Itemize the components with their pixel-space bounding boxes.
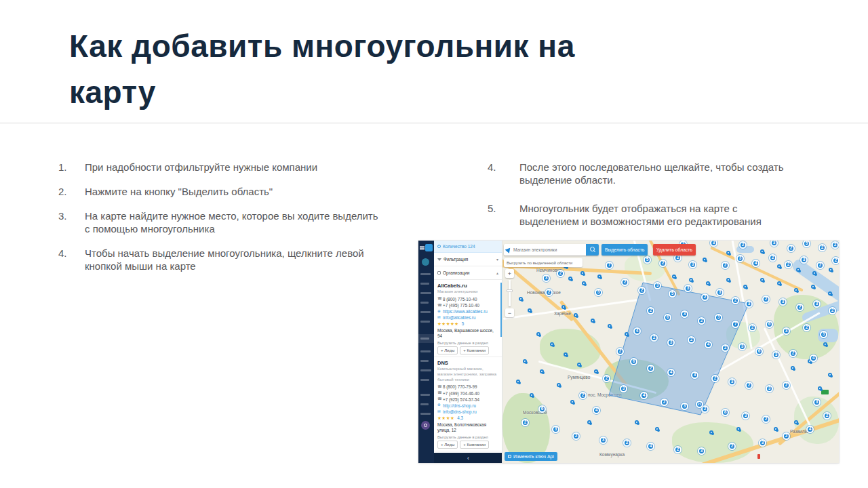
map-marker[interactable] (635, 420, 639, 424)
map-marker-cluster[interactable]: 4 (810, 354, 817, 362)
map-marker-cluster[interactable]: 2 (616, 348, 624, 355)
map-marker-cluster[interactable]: 2 (728, 443, 736, 450)
map-marker-cluster[interactable]: 3 (759, 439, 766, 447)
map-marker[interactable] (536, 332, 540, 336)
map-marker[interactable] (760, 249, 764, 253)
map-marker-cluster[interactable]: 21 (696, 401, 703, 408)
map-marker-cluster[interactable]: 2 (803, 324, 810, 331)
map-marker-cluster[interactable]: 2 (711, 375, 719, 382)
map-marker-cluster[interactable]: 2 (701, 293, 709, 301)
company-name[interactable]: DNS (437, 360, 498, 366)
map-marker-cluster[interactable]: 4 (593, 407, 600, 414)
map-marker-cluster[interactable]: 2 (660, 399, 668, 406)
export-by-area-dropdown[interactable]: Выгрузить по выделенной области (504, 258, 583, 267)
map-marker[interactable] (608, 324, 612, 328)
select-area-button[interactable]: Выделить область (601, 244, 648, 256)
map-marker-cluster[interactable]: 6 (630, 358, 637, 365)
export-leads-button[interactable]: Лиды (437, 346, 458, 354)
map-marker[interactable] (587, 420, 591, 424)
map-marker[interactable] (564, 352, 568, 357)
map-marker[interactable] (760, 278, 764, 282)
map-marker[interactable] (689, 278, 693, 282)
map-marker-cluster[interactable]: 2 (785, 261, 792, 268)
locate-icon[interactable] (504, 247, 513, 252)
sidebar-menu-item[interactable] (420, 403, 429, 405)
map-area[interactable]: НемчиновкаНовоивановскоеЗаречьеРумянцево… (502, 241, 839, 463)
map-marker-cluster[interactable]: 2 (698, 317, 705, 325)
map-marker[interactable] (530, 393, 534, 397)
map-marker-cluster[interactable]: 2 (674, 446, 682, 453)
hamburger-menu-icon[interactable] (420, 246, 425, 250)
map-marker[interactable] (516, 380, 520, 384)
map-marker-cluster[interactable]: 2 (787, 245, 795, 252)
map-marker[interactable] (829, 268, 833, 272)
map-marker-cluster[interactable]: 4 (752, 260, 760, 267)
map-marker-cluster[interactable]: 2 (789, 350, 797, 357)
map-marker-cluster[interactable]: 2 (659, 260, 667, 267)
map-marker-cluster[interactable]: 7 (606, 262, 613, 269)
map-marker-cluster[interactable]: 5 (669, 290, 676, 298)
map-marker-cluster[interactable]: 2 (783, 382, 790, 389)
map-marker[interactable] (796, 268, 800, 272)
company-email[interactable]: ✉info@allcables.ru (437, 314, 498, 321)
map-marker[interactable] (540, 369, 544, 373)
map-marker-cluster[interactable]: 2 (647, 307, 654, 314)
zoom-out-button[interactable]: − (505, 308, 514, 317)
map-marker[interactable] (577, 363, 581, 367)
map-marker[interactable] (703, 258, 707, 262)
map-marker-cluster[interactable]: 2 (545, 289, 553, 296)
map-marker-cluster[interactable]: 2 (579, 392, 587, 399)
map-marker-cluster[interactable]: 3 (772, 351, 780, 359)
sidebar-menu-item[interactable] (420, 413, 431, 415)
map-marker-cluster[interactable]: 2 (739, 241, 747, 249)
sidebar-menu-item[interactable] (420, 350, 431, 352)
map-marker-cluster[interactable]: 3 (599, 436, 607, 444)
map-marker[interactable] (561, 305, 566, 309)
map-marker-cluster[interactable]: 4 (640, 392, 648, 399)
map-marker-cluster[interactable]: 3 (745, 300, 753, 308)
map-marker[interactable] (597, 274, 601, 279)
map-marker-cluster[interactable]: 5 (595, 289, 602, 296)
map-marker-cluster[interactable]: 3 (620, 385, 627, 392)
map-marker-cluster[interactable]: 2 (829, 307, 836, 314)
company-email[interactable]: ✉info@dns-shop.ru (437, 409, 498, 415)
zoom-in-button[interactable]: + (505, 269, 514, 278)
map-marker-cluster[interactable]: 2 (783, 432, 790, 440)
company-name[interactable]: AllCabels.ru (437, 283, 498, 289)
map-marker-cluster[interactable]: 3 (742, 412, 749, 420)
map-marker[interactable] (794, 288, 798, 292)
map-marker[interactable] (528, 308, 532, 312)
company-website[interactable]: ⊕https://www.allcables.ru (437, 308, 498, 314)
map-marker-cluster[interactable]: 3 (552, 426, 559, 433)
map-marker[interactable] (557, 383, 561, 387)
sidebar-menu-item[interactable] (420, 379, 429, 381)
map-marker-cluster[interactable]: 3 (667, 339, 675, 346)
map-marker[interactable] (743, 285, 747, 289)
map-marker-cluster[interactable]: 2 (769, 254, 776, 262)
sidebar-menu-item[interactable] (420, 292, 431, 294)
map-marker[interactable] (574, 313, 578, 317)
sidebar-menu-item[interactable] (420, 321, 430, 323)
map-marker[interactable] (777, 264, 781, 268)
map-marker-cluster[interactable]: 2 (603, 375, 610, 382)
map-marker-cluster[interactable]: 2 (831, 241, 839, 249)
sidebar-menu-item[interactable] (420, 302, 429, 304)
map-marker-cluster[interactable]: 2 (749, 324, 756, 331)
map-marker-cluster[interactable]: 3 (691, 371, 698, 379)
sidebar-menu-item[interactable] (420, 394, 430, 396)
map-marker[interactable] (706, 281, 710, 285)
sidebar-menu-item[interactable] (420, 311, 431, 313)
map-marker-cluster[interactable]: 5 (644, 256, 651, 264)
map-marker[interactable] (794, 420, 798, 424)
map-marker-cluster[interactable]: 3 (684, 285, 692, 292)
map-marker-cluster[interactable]: 2 (722, 344, 729, 352)
delete-area-button[interactable]: Удалить область (653, 244, 696, 256)
map-marker[interactable] (726, 278, 730, 282)
map-marker-cluster[interactable]: 3 (728, 378, 736, 386)
map-marker-cluster[interactable]: 8 (722, 409, 729, 416)
map-marker-cluster[interactable]: 2 (796, 304, 804, 311)
map-marker-cluster[interactable]: 2 (572, 432, 580, 440)
avatar[interactable] (422, 258, 429, 266)
map-marker-cluster[interactable]: 3 (820, 331, 827, 338)
map-marker-cluster[interactable]: 3 (813, 300, 821, 308)
